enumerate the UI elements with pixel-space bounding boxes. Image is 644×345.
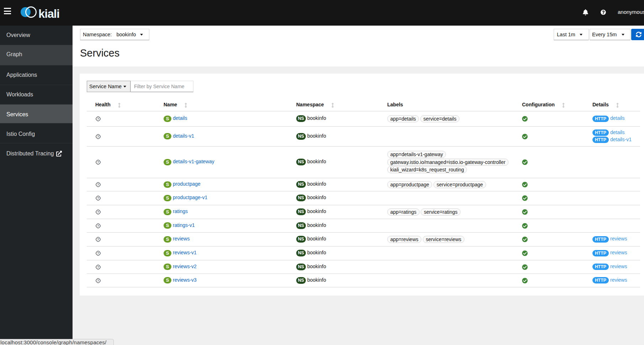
svg-text:?: ? <box>97 224 99 228</box>
svg-text:?: ? <box>97 279 99 282</box>
svg-text:?: ? <box>97 238 99 241</box>
svg-text:?: ? <box>97 183 99 186</box>
svg-text:?: ? <box>97 196 99 200</box>
svg-text:?: ? <box>97 160 99 164</box>
svg-text:?: ? <box>97 265 99 269</box>
svg-text:?: ? <box>97 210 99 214</box>
svg-text:?: ? <box>97 117 99 121</box>
svg-text:?: ? <box>97 251 99 255</box>
svg-text:?: ? <box>97 135 99 138</box>
